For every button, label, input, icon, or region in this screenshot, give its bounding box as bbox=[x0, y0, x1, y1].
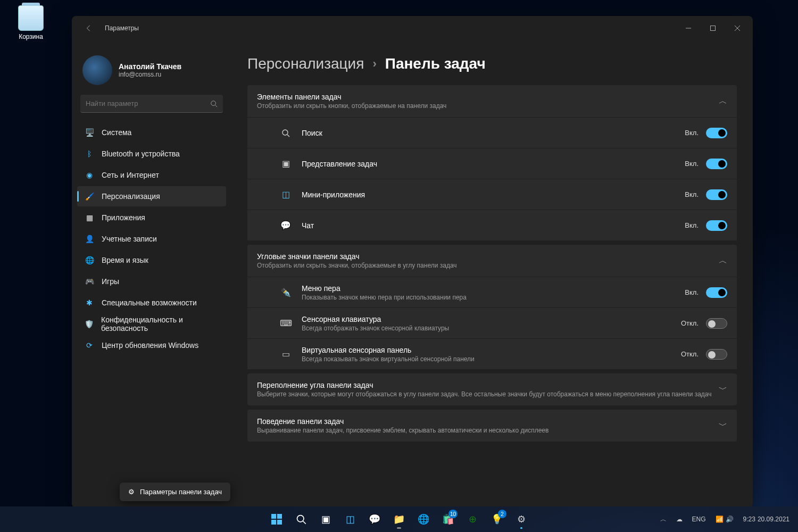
main-content: Персонализация › Панель задач Элементы п… bbox=[231, 40, 753, 508]
nav-accounts[interactable]: 👤Учетные записи bbox=[77, 229, 226, 249]
recycle-bin-label: Корзина bbox=[11, 33, 51, 40]
nav-time[interactable]: 🌐Время и язык bbox=[77, 250, 226, 270]
section-header-behavior[interactable]: Поведение панели задач Выравнивание пане… bbox=[247, 410, 737, 442]
toggle-pen[interactable] bbox=[706, 287, 727, 298]
toggle-widgets[interactable] bbox=[706, 189, 727, 200]
toggle-search[interactable] bbox=[706, 128, 727, 138]
globe-icon: 🌐 bbox=[85, 255, 94, 265]
window-title: Параметры bbox=[105, 24, 139, 32]
taskbar-search[interactable] bbox=[290, 509, 312, 530]
widgets-icon: ◫ bbox=[279, 189, 292, 200]
recycle-bin-icon bbox=[18, 5, 44, 31]
toggle-touch-keyboard[interactable] bbox=[706, 318, 727, 329]
breadcrumb-current: Панель задач bbox=[385, 55, 486, 72]
chevron-up-icon: ︿ bbox=[719, 255, 727, 267]
tray-clock[interactable]: 9:23 20.09.2021 bbox=[740, 513, 793, 525]
nav: 🖥️Система ᛒBluetooth и устройства ◉Сеть … bbox=[77, 122, 226, 355]
tray-onedrive[interactable]: ☁ bbox=[673, 513, 686, 525]
tray-overflow[interactable]: ︿ bbox=[657, 513, 670, 526]
toggle-taskview[interactable] bbox=[706, 159, 727, 169]
store-badge: 10 bbox=[448, 510, 458, 518]
svg-point-4 bbox=[282, 130, 288, 135]
keyboard-icon: ⌨ bbox=[279, 318, 292, 328]
taskbar-explorer[interactable]: 📁 bbox=[388, 509, 410, 530]
row-search: Поиск Вкл. bbox=[247, 117, 737, 148]
taskbar-xbox[interactable]: ⊕ bbox=[462, 509, 483, 530]
user-email: info@comss.ru bbox=[119, 71, 181, 78]
bluetooth-icon: ᛒ bbox=[85, 149, 94, 159]
shield-icon: 🛡️ bbox=[85, 319, 94, 329]
taskbar-taskview[interactable]: ▣ bbox=[315, 509, 336, 530]
svg-line-5 bbox=[287, 135, 289, 137]
tips-badge: 2 bbox=[498, 510, 506, 518]
svg-line-3 bbox=[215, 105, 218, 107]
taskbar-store[interactable]: 🛍️10 bbox=[437, 509, 459, 530]
tray-language[interactable]: ENG bbox=[689, 513, 709, 525]
chevron-up-icon: ︿ bbox=[719, 96, 727, 107]
system-tray: ︿ ☁ ENG 📶 🔊 9:23 20.09.2021 bbox=[657, 513, 793, 526]
gear-icon: ⚙ bbox=[128, 488, 135, 496]
taskbar-tooltip: ⚙ Параметры панели задач bbox=[120, 483, 230, 501]
taskbar-widgets[interactable]: ◫ bbox=[339, 509, 361, 530]
row-pen: ✒️ Меню пераПоказывать значок меню пера … bbox=[247, 277, 737, 307]
user-name: Анатолий Ткачев bbox=[119, 62, 181, 71]
section-corner-icons: Угловые значки панели задач Отобразить и… bbox=[247, 245, 737, 369]
sidebar: Анатолий Ткачев info@comss.ru 🖥️Система … bbox=[72, 40, 231, 508]
recycle-bin[interactable]: Корзина bbox=[11, 5, 51, 40]
wifi-icon: ◉ bbox=[85, 170, 94, 180]
taskview-icon: ▣ bbox=[279, 159, 292, 169]
nav-apps[interactable]: ▦Приложения bbox=[77, 207, 226, 228]
row-touchpad: ▭ Виртуальная сенсорная панельВсегда пок… bbox=[247, 338, 737, 369]
svg-point-6 bbox=[297, 516, 304, 522]
start-button[interactable] bbox=[266, 509, 287, 530]
section-header-corner[interactable]: Угловые значки панели задач Отобразить и… bbox=[247, 245, 737, 277]
search-box[interactable] bbox=[80, 95, 223, 113]
section-header-overflow[interactable]: Переполнение угла панели задач Выберите … bbox=[247, 373, 737, 405]
close-button[interactable] bbox=[725, 20, 750, 37]
row-touch-keyboard: ⌨ Сенсорная клавиатураВсегда отображать … bbox=[247, 307, 737, 338]
nav-privacy[interactable]: 🛡️Конфиденциальность и безопасность bbox=[77, 314, 226, 334]
person-icon: 👤 bbox=[85, 234, 94, 244]
titlebar: Параметры bbox=[72, 16, 753, 40]
minimize-button[interactable] bbox=[676, 20, 701, 37]
nav-bluetooth[interactable]: ᛒBluetooth и устройства bbox=[77, 144, 226, 164]
taskbar-tips[interactable]: 💡2 bbox=[486, 509, 508, 530]
chat-icon: 💬 bbox=[279, 220, 292, 230]
monitor-icon: 🖥️ bbox=[85, 128, 94, 137]
nav-accessibility[interactable]: ✱Специальные возможности bbox=[77, 293, 226, 313]
pen-icon: ✒️ bbox=[279, 287, 292, 297]
taskbar-edge[interactable]: 🌐 bbox=[413, 509, 434, 530]
nav-system[interactable]: 🖥️Система bbox=[77, 122, 226, 143]
maximize-button[interactable] bbox=[701, 20, 725, 37]
breadcrumb: Персонализация › Панель задач bbox=[247, 55, 737, 72]
row-widgets: ◫ Мини-приложения Вкл. bbox=[247, 179, 737, 210]
svg-rect-1 bbox=[711, 26, 716, 31]
nav-personalization[interactable]: 🖌️Персонализация bbox=[77, 186, 226, 206]
taskbar: ▣ ◫ 💬 📁 🌐 🛍️10 ⊕ 💡2 ⚙ ︿ ☁ ENG 📶 🔊 9:23 2… bbox=[0, 506, 798, 532]
toggle-touchpad[interactable] bbox=[706, 349, 727, 360]
tray-network-sound[interactable]: 📶 🔊 bbox=[712, 513, 737, 525]
nav-update[interactable]: ⟳Центр обновления Windows bbox=[77, 335, 226, 355]
back-button[interactable] bbox=[80, 20, 97, 37]
section-behavior: Поведение панели задач Выравнивание пане… bbox=[247, 410, 737, 442]
touchpad-icon: ▭ bbox=[279, 349, 292, 359]
accessibility-icon: ✱ bbox=[85, 298, 94, 307]
gamepad-icon: 🎮 bbox=[85, 277, 94, 286]
search-input[interactable] bbox=[86, 99, 210, 107]
svg-line-7 bbox=[303, 521, 306, 524]
row-chat: 💬 Чат Вкл. bbox=[247, 210, 737, 240]
avatar bbox=[82, 55, 112, 85]
breadcrumb-parent[interactable]: Персонализация bbox=[247, 55, 364, 72]
toggle-chat[interactable] bbox=[706, 220, 727, 231]
nav-gaming[interactable]: 🎮Игры bbox=[77, 271, 226, 292]
row-taskview: ▣ Представление задач Вкл. bbox=[247, 148, 737, 179]
taskbar-chat[interactable]: 💬 bbox=[364, 509, 385, 530]
profile[interactable]: Анатолий Ткачев info@comss.ru bbox=[77, 50, 226, 95]
taskbar-settings[interactable]: ⚙ bbox=[511, 509, 532, 530]
brush-icon: 🖌️ bbox=[85, 192, 94, 201]
nav-network[interactable]: ◉Сеть и Интернет bbox=[77, 165, 226, 185]
section-overflow: Переполнение угла панели задач Выберите … bbox=[247, 373, 737, 405]
svg-point-2 bbox=[211, 101, 216, 105]
section-header-items[interactable]: Элементы панели задач Отобразить или скр… bbox=[247, 85, 737, 117]
section-taskbar-items: Элементы панели задач Отобразить или скр… bbox=[247, 85, 737, 240]
